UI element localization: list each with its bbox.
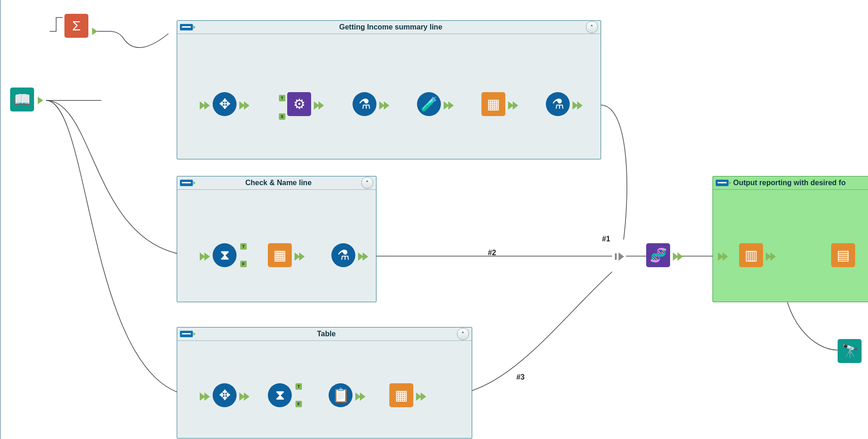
- flask-icon: ⚗: [359, 97, 371, 111]
- container-handle-icon: [180, 180, 193, 186]
- c3-a1[interactable]: [239, 392, 247, 400]
- container-income-header[interactable]: Getting Income summary line ˄: [177, 21, 601, 34]
- c1-in-anchor[interactable]: [200, 101, 207, 109]
- c1-a3[interactable]: [379, 101, 387, 109]
- svg-rect-30: [615, 253, 617, 260]
- tag-f: F: [240, 261, 247, 267]
- svg-marker-27: [360, 392, 365, 401]
- sigma-icon: Σ: [72, 19, 81, 33]
- layout-icon: ▥: [745, 248, 758, 262]
- c1-a4[interactable]: [444, 101, 451, 109]
- svg-marker-35: [723, 252, 728, 261]
- tag-s: S: [279, 113, 285, 120]
- collapse-icon[interactable]: ˄: [586, 21, 598, 33]
- table-tool[interactable]: ▤: [831, 243, 855, 267]
- c1-a1[interactable]: [239, 101, 247, 109]
- c3-a2[interactable]: [355, 392, 363, 400]
- gears-tool[interactable]: ⚙: [287, 92, 311, 116]
- gears-icon: ⚙: [293, 97, 306, 111]
- svg-marker-3: [204, 101, 210, 110]
- container-check[interactable]: Check & Name line ˄: [177, 176, 376, 302]
- tag-t: T: [295, 383, 302, 390]
- container-handle-icon: [180, 24, 193, 30]
- svg-marker-7: [318, 101, 324, 110]
- move-icon: ✥: [219, 97, 231, 111]
- listbox-tool[interactable]: 📋: [329, 383, 353, 407]
- list-icon: 📋: [332, 388, 349, 402]
- svg-marker-23: [204, 392, 210, 401]
- union-label-1: #1: [602, 235, 610, 243]
- svg-marker-37: [770, 252, 776, 261]
- summarize-tool[interactable]: Σ: [64, 14, 88, 38]
- collapse-icon[interactable]: ˄: [457, 328, 469, 340]
- canvas-left-guide: [0, 0, 1, 439]
- input-out-anchor[interactable]: [38, 97, 45, 104]
- beaker-icon: 🧪: [421, 97, 438, 111]
- select-icon: ▦: [395, 388, 408, 402]
- union-out[interactable]: [673, 252, 680, 260]
- formula-tool-2[interactable]: ⚗: [546, 92, 570, 116]
- c1-out[interactable]: [573, 101, 580, 109]
- container-output[interactable]: Output reporting with desired fo: [712, 176, 868, 302]
- svg-marker-1: [38, 97, 43, 104]
- filter-tool-1[interactable]: ⧗: [213, 243, 237, 267]
- select-icon: ▦: [273, 248, 286, 262]
- filter-icon: ⧗: [275, 388, 285, 402]
- select-tool-3[interactable]: ▦: [389, 383, 413, 407]
- svg-marker-11: [448, 101, 454, 110]
- container-table-title: Table: [196, 330, 457, 338]
- svg-marker-31: [619, 252, 624, 261]
- union-in[interactable]: [615, 252, 622, 260]
- c4-in[interactable]: [718, 252, 725, 260]
- flask-icon: ⚗: [337, 248, 350, 262]
- input-book-tool[interactable]: 📖: [10, 88, 34, 111]
- table-icon: ▤: [837, 248, 850, 262]
- move-icon: ✥: [219, 388, 231, 402]
- collapse-icon[interactable]: ˄: [361, 177, 373, 189]
- c4-a1[interactable]: [766, 252, 773, 260]
- browse-tool[interactable]: 🔭: [838, 339, 862, 363]
- container-handle-icon: [716, 180, 729, 186]
- summarize-out-anchor[interactable]: [92, 28, 99, 35]
- formula-tool-3[interactable]: ⚗: [331, 243, 355, 267]
- container-handle-icon: [180, 331, 193, 337]
- layout-tool[interactable]: ▥: [739, 243, 763, 267]
- move-tool-2[interactable]: ✥: [213, 383, 237, 407]
- svg-marker-19: [299, 252, 305, 261]
- c1-a5[interactable]: [508, 101, 515, 109]
- select-tool-1[interactable]: ▦: [481, 92, 505, 116]
- container-table-header[interactable]: Table ˄: [177, 328, 472, 341]
- c2-out[interactable]: [358, 252, 365, 260]
- container-table[interactable]: Table ˄: [177, 327, 472, 439]
- c3-in[interactable]: [200, 392, 207, 400]
- c2-in[interactable]: [200, 252, 207, 260]
- formula-tool-1[interactable]: ⚗: [353, 92, 376, 116]
- book-icon: 📖: [14, 93, 31, 106]
- container-output-title: Output reporting with desired fo: [731, 179, 868, 187]
- dna-icon: 🧬: [650, 248, 667, 262]
- filter-tool-2[interactable]: ⧗: [268, 383, 292, 407]
- select-icon: ▦: [487, 97, 500, 111]
- c2-a1[interactable]: [295, 252, 302, 260]
- c1-a2[interactable]: [314, 101, 321, 109]
- container-output-header[interactable]: Output reporting with desired fo: [713, 176, 868, 190]
- container-income-title: Getting Income summary line: [196, 23, 586, 31]
- select-tool-2[interactable]: ▦: [268, 243, 292, 267]
- union-tool[interactable]: 🧬: [646, 243, 670, 267]
- binoculars-icon: 🔭: [841, 344, 858, 358]
- tag-t: T: [240, 243, 247, 250]
- tag-f: F: [295, 401, 302, 407]
- svg-marker-33: [677, 252, 683, 261]
- cleanse-tool[interactable]: 🧪: [417, 92, 441, 116]
- svg-marker-9: [384, 101, 389, 110]
- svg-marker-25: [244, 392, 249, 401]
- move-tool[interactable]: ✥: [213, 92, 237, 116]
- union-label-3: #3: [516, 373, 525, 381]
- container-check-header[interactable]: Check & Name line ˄: [177, 176, 376, 190]
- svg-marker-5: [244, 101, 249, 110]
- c3-out[interactable]: [416, 392, 423, 400]
- container-income[interactable]: Getting Income summary line ˄: [177, 20, 601, 159]
- flask-icon: ⚗: [552, 97, 564, 111]
- svg-marker-21: [363, 252, 368, 261]
- union-label-2: #2: [488, 249, 496, 257]
